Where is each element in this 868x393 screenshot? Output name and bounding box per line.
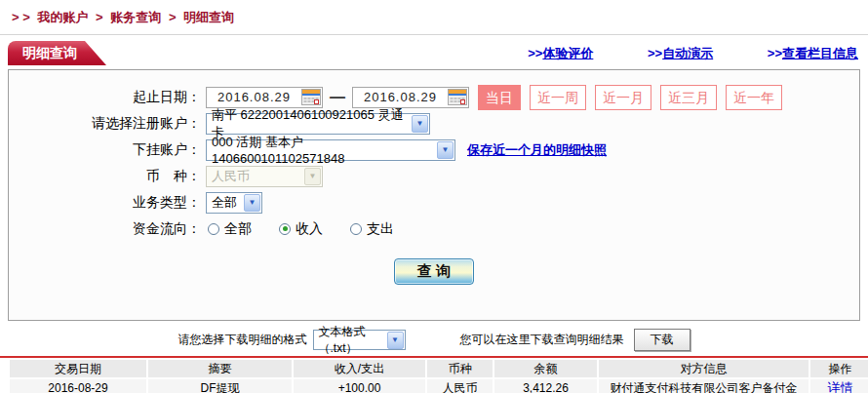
table-row: 2016-08-29 DF提现 +100.00 人民币 3,412.26 财付通… (10, 379, 868, 393)
header-income-expense: 收入/支出 (294, 360, 425, 377)
business-type-row: 业务类型： 全部 ▼ (9, 189, 859, 216)
link-auto-demo[interactable]: >>自动演示 (648, 46, 713, 60)
date-range-row: 起止日期： 2016.08.29 — 2016.08.29 当日 近一周 近一月… (9, 84, 859, 110)
register-account-select[interactable]: 南平 6222001406100921065 灵通卡 ▼ (206, 113, 430, 135)
header-transaction-date: 交易日期 (10, 360, 146, 377)
fund-flow-label: 资金流向： (9, 220, 201, 238)
business-type-label: 业务类型： (9, 194, 201, 212)
top-links: >>体验评价 >>自动演示 >>查看栏目信息 (477, 45, 858, 62)
sub-account-select[interactable]: 000 活期 基本户 1406600101102571848 ▼ (206, 139, 455, 161)
cell-transaction-date: 2016-08-29 (10, 379, 146, 393)
date-range-label: 起止日期： (9, 89, 201, 106)
header-summary: 摘要 (148, 360, 292, 377)
radio-checked-icon[interactable] (279, 223, 291, 235)
sub-account-label: 下挂账户： (9, 141, 201, 159)
radio-icon[interactable] (208, 223, 219, 235)
fund-flow-option-expense[interactable]: 支出 (350, 220, 421, 238)
fund-flow-option-income[interactable]: 收入 (279, 220, 350, 238)
register-account-row: 请选择注册账户： 南平 6222001406100921065 灵通卡 ▼ (9, 110, 859, 137)
breadcrumb-divider (0, 34, 868, 35)
breadcrumb-separator: > (96, 10, 103, 24)
end-date-value: 2016.08.29 (353, 90, 448, 104)
quick-range-month-button[interactable]: 近一月 (595, 85, 651, 110)
chevron-down-icon[interactable]: ▼ (244, 194, 260, 212)
breadcrumb-item-account-query[interactable]: 账务查询 (110, 10, 161, 24)
link-experience-rating[interactable]: >>体验评价 (528, 46, 593, 60)
start-date-value: 2016.08.29 (207, 90, 301, 104)
download-row: 请您选择下载明细的格式 文本格式（.txt） ▼ 您可以在这里下载查询明细结果 … (0, 329, 868, 351)
chevron-down-icon[interactable]: ▼ (412, 115, 428, 133)
end-date-input[interactable]: 2016.08.29 (352, 87, 469, 108)
fund-flow-option-all-label: 全部 (224, 220, 252, 238)
currency-label: 币 种： (9, 168, 201, 185)
query-form-panel: 起止日期： 2016.08.29 — 2016.08.29 当日 近一周 近一月… (8, 69, 860, 321)
start-date-input[interactable]: 2016.08.29 (206, 87, 323, 108)
tab-detail-query[interactable]: 明细查询 (8, 41, 106, 65)
sub-account-row: 下挂账户： 000 活期 基本户 1406600101102571848 ▼ 保… (9, 137, 859, 163)
chevron-down-icon[interactable]: ▼ (437, 141, 454, 159)
sub-account-value: 000 活期 基本户 1406600101102571848 (212, 134, 436, 166)
radio-icon[interactable] (350, 223, 362, 235)
currency-value: 人民币 (212, 168, 250, 185)
currency-row: 币 种： 人民币 ▼ (9, 163, 859, 189)
chevron-down-icon: ▼ (304, 168, 321, 185)
breadcrumb-prefix: > > (12, 10, 30, 24)
breadcrumb-separator: > (169, 10, 177, 24)
download-hint: 您可以在这里下载查询明细结果 (460, 332, 624, 348)
cell-action: 详情 (810, 379, 868, 393)
download-format-value: 文本格式（.txt） (319, 324, 386, 357)
quick-range-3months-button[interactable]: 近三月 (660, 85, 717, 110)
quick-range-year-button[interactable]: 近一年 (726, 85, 782, 110)
breadcrumb-item-detail-query[interactable]: 明细查询 (183, 10, 234, 24)
fund-flow-row: 资金流向： 全部 收入 支出 (9, 216, 859, 242)
fund-flow-option-all[interactable]: 全部 (208, 220, 279, 238)
cell-counterparty: 财付通支付科技有限公司客户备付金 (599, 379, 809, 393)
download-format-select[interactable]: 文本格式（.txt） ▼ (313, 330, 406, 350)
table-header-row: 交易日期 摘要 收入/支出 币种 余额 对方信息 操作 (10, 360, 868, 377)
calendar-icon[interactable] (301, 89, 321, 105)
header-currency: 币种 (427, 360, 493, 377)
date-range-separator: — (330, 89, 345, 106)
save-snapshot-link[interactable]: 保存近一个月的明细快照 (467, 141, 607, 159)
cell-income-expense: +100.00 (294, 379, 425, 393)
register-account-label: 请选择注册账户： (9, 115, 201, 133)
query-button[interactable]: 查 询 (394, 258, 474, 285)
calendar-icon[interactable] (448, 89, 467, 105)
business-type-select[interactable]: 全部 ▼ (206, 192, 262, 214)
download-format-label: 请您选择下载明细的格式 (178, 332, 307, 348)
breadcrumb-item-my-account[interactable]: 我的账户 (37, 10, 88, 24)
tab-bar: 明细查询 >>体验评价 >>自动演示 >>查看栏目信息 (8, 41, 858, 65)
transaction-table: 交易日期 摘要 收入/支出 币种 余额 对方信息 操作 2016-08-29 D… (8, 358, 868, 393)
fund-flow-option-expense-label: 支出 (367, 220, 394, 238)
chevron-down-icon[interactable]: ▼ (387, 332, 404, 349)
detail-link[interactable]: 详情 (828, 380, 853, 393)
currency-select: 人民币 ▼ (206, 166, 323, 187)
cell-currency: 人民币 (427, 379, 493, 393)
cell-balance: 3,412.26 (494, 379, 597, 393)
header-action: 操作 (810, 360, 868, 377)
cell-summary: DF提现 (148, 379, 292, 393)
quick-range-today-button[interactable]: 当日 (478, 85, 521, 110)
breadcrumb: > > 我的账户 > 账务查询 > 明细查询 (0, 0, 868, 26)
header-counterparty: 对方信息 (599, 360, 809, 377)
header-balance: 余额 (494, 360, 597, 377)
download-button[interactable]: 下载 (634, 329, 690, 351)
quick-range-week-button[interactable]: 近一周 (530, 85, 586, 110)
business-type-value: 全部 (212, 194, 237, 212)
link-view-column-info[interactable]: >>查看栏目信息 (768, 46, 858, 60)
fund-flow-option-income-label: 收入 (296, 220, 323, 238)
